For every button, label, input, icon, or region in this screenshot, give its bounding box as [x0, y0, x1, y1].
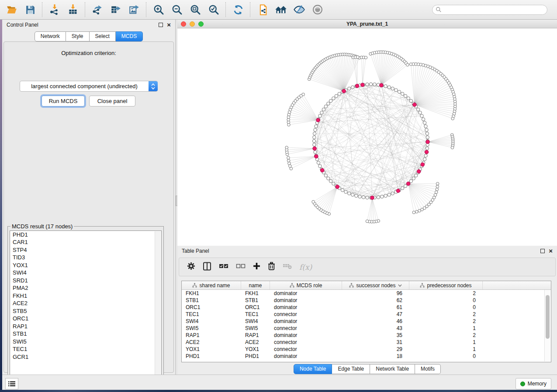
- optimization-label: Optimization criterion:: [4, 50, 173, 56]
- mcds-result-item[interactable]: STB5: [10, 307, 161, 315]
- function-builder-button[interactable]: f(x): [299, 263, 312, 272]
- mcds-result-item[interactable]: CAR1: [10, 239, 161, 247]
- criterion-value: largest connected component (undirected): [20, 83, 149, 89]
- deselect-all-button[interactable]: [236, 263, 246, 271]
- network-from-file-button[interactable]: [256, 3, 269, 16]
- desktop: Control Panel × NetworkStyleSelectMCDS O…: [0, 0, 557, 392]
- cell-successor-nodes: 18: [342, 353, 409, 359]
- home-button[interactable]: [275, 3, 287, 16]
- import-network-button[interactable]: [48, 3, 61, 16]
- mcds-result-item[interactable]: SRD1: [10, 277, 161, 285]
- criterion-select[interactable]: largest connected component (undirected): [20, 81, 158, 92]
- import-table-icon: [67, 4, 79, 15]
- zoom-out-button[interactable]: [171, 3, 183, 16]
- network-canvas[interactable]: [177, 28, 557, 246]
- cell-name: TEC1: [241, 311, 270, 317]
- delete-table-button[interactable]: [283, 263, 292, 271]
- mcds-result-list[interactable]: PHD1CAR1STP4TID3YOX1SWI4SRD1PMA2FKH1ACE2…: [10, 230, 162, 375]
- mcds-result-item[interactable]: SWI5: [10, 338, 161, 346]
- export-network-button[interactable]: [91, 3, 104, 16]
- plus-icon: [253, 262, 260, 270]
- tab-node-table[interactable]: Node Table: [294, 364, 332, 374]
- close-panel-icon[interactable]: ×: [167, 23, 171, 27]
- zoom-selected-button[interactable]: [208, 3, 220, 16]
- cell-predecessor-nodes: 2: [409, 332, 483, 338]
- mcds-result-item[interactable]: YOX1: [10, 261, 161, 269]
- mcds-result-item[interactable]: STP4: [10, 246, 161, 254]
- column-header-successor-nodes[interactable]: successor nodes: [342, 281, 409, 289]
- mcds-result-item[interactable]: RAP1: [10, 323, 161, 330]
- table-row[interactable]: YOX1YOX1connector291: [182, 346, 551, 353]
- close-panel-button[interactable]: Close panel: [89, 96, 135, 107]
- mcds-result-item[interactable]: ORC1: [10, 315, 161, 323]
- table-row[interactable]: FKH1FKH1dominator962: [182, 290, 551, 297]
- network-graph[interactable]: [177, 28, 557, 246]
- select-all-button[interactable]: [219, 263, 228, 271]
- table-header-row: shared namenameMCDS rolesuccessor nodesp…: [182, 281, 551, 290]
- tab-network-table[interactable]: Network Table: [370, 364, 415, 374]
- column-header-name[interactable]: name: [241, 281, 270, 289]
- mcds-result-item[interactable]: FKH1: [10, 292, 161, 300]
- show-columns-button[interactable]: [203, 262, 211, 272]
- mcds-result-item[interactable]: PMA2: [10, 285, 161, 292]
- mcds-result-title: MCDS result (17 nodes): [10, 223, 74, 230]
- hide-selection-button[interactable]: [293, 3, 305, 16]
- mcds-result-item[interactable]: TID3: [10, 254, 161, 262]
- mcds-result-item[interactable]: ACE2: [10, 300, 161, 308]
- float-panel-icon[interactable]: [540, 249, 545, 253]
- gear-icon: [187, 262, 195, 270]
- zoom-in-button[interactable]: [152, 3, 165, 16]
- search-input[interactable]: [432, 5, 547, 15]
- column-header-predecessor-nodes[interactable]: predecessor nodes: [409, 281, 483, 289]
- table-row[interactable]: RAP1RAP1dominator352: [182, 332, 551, 339]
- add-column-button[interactable]: [253, 262, 260, 272]
- mcds-result-item[interactable]: PHD1: [10, 231, 161, 239]
- task-history-button[interactable]: [5, 378, 18, 389]
- tab-select[interactable]: Select: [90, 31, 116, 41]
- column-header-shared-name[interactable]: shared name: [182, 281, 241, 289]
- import-table-button[interactable]: [67, 3, 79, 16]
- close-panel-icon[interactable]: ×: [549, 249, 553, 253]
- export-image-button[interactable]: [128, 3, 140, 16]
- delete-column-button[interactable]: [268, 262, 275, 272]
- mcds-result-item[interactable]: STB1: [10, 330, 161, 338]
- table-scrollbar-thumb[interactable]: [546, 295, 550, 339]
- tab-network[interactable]: Network: [35, 31, 66, 41]
- table-row[interactable]: SWI5SWI5connector431: [182, 325, 551, 332]
- tab-motifs[interactable]: Motifs: [415, 364, 441, 374]
- mcds-result-item[interactable]: SWI4: [10, 269, 161, 277]
- export-table-button[interactable]: [110, 3, 122, 16]
- table-scrollbar[interactable]: [544, 290, 550, 361]
- zoom-fit-button[interactable]: [189, 3, 201, 16]
- table-row[interactable]: ACE2ACE2connector311: [182, 339, 551, 346]
- column-header-MCDS-role[interactable]: MCDS role: [270, 281, 342, 289]
- zoom-out-icon: [171, 4, 183, 16]
- mcds-result-item[interactable]: GCR1: [10, 353, 161, 361]
- open-file-button[interactable]: [6, 3, 18, 16]
- run-mcds-button[interactable]: Run MCDS: [42, 96, 85, 107]
- cell-name: SWI5: [241, 325, 270, 331]
- float-panel-icon[interactable]: [159, 23, 163, 27]
- apply-layout-button[interactable]: [232, 3, 244, 16]
- save-session-button[interactable]: [24, 3, 36, 16]
- cell-successor-nodes: 61: [342, 304, 409, 310]
- network-titlebar[interactable]: YPA_prune.txt_1: [177, 20, 557, 28]
- mcds-result-item[interactable]: TEC1: [10, 346, 161, 354]
- tab-style[interactable]: Style: [66, 31, 90, 41]
- mcds-list-scrollbar[interactable]: [155, 231, 161, 375]
- control-panel-title: Control Panel: [7, 22, 38, 28]
- tab-edge-table[interactable]: Edge Table: [332, 364, 370, 374]
- show-selection-button[interactable]: [311, 3, 324, 16]
- cell-successor-nodes: 35: [342, 332, 409, 338]
- table-settings-button[interactable]: [187, 262, 195, 272]
- table-row[interactable]: TEC1TEC1connector472: [182, 311, 551, 318]
- table-row[interactable]: SWI4SWI4dominator462: [182, 318, 551, 325]
- table-row[interactable]: STB1STB1dominator620: [182, 297, 551, 304]
- cell-predecessor-nodes: 0: [409, 297, 483, 303]
- table-row[interactable]: PHD1PHD1dominator180: [182, 353, 551, 360]
- cell-MCDS-role: dominator: [270, 318, 342, 324]
- tab-mcds[interactable]: MCDS: [116, 31, 143, 41]
- memory-button[interactable]: Memory: [515, 378, 551, 389]
- table-row[interactable]: ORC1ORC1dominator610: [182, 304, 551, 311]
- cell-predecessor-nodes: 0: [409, 304, 483, 310]
